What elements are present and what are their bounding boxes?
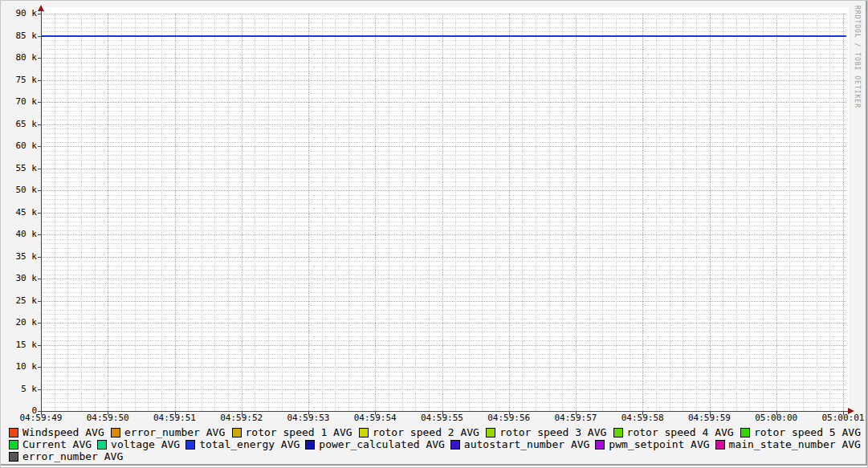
x-axis-label: 04:59:55 — [416, 413, 469, 423]
y-axis-tick — [38, 345, 41, 346]
rrdtool-graph-image: 90 k85 k80 k75 k70 k65 k60 k55 k50 k45 k… — [1, 1, 867, 466]
y-axis-tick — [38, 323, 41, 324]
grid-line-v — [723, 14, 723, 411]
legend-color-swatch — [613, 428, 623, 437]
grid-line-v — [589, 14, 590, 411]
legend-item: error_number AVG — [9, 451, 123, 462]
grid-line-v — [322, 14, 323, 411]
legend-item: total_energy AVG — [185, 439, 300, 450]
grid-line-v — [536, 14, 536, 411]
x-axis-label: 04:59:50 — [81, 413, 134, 423]
legend-label: rotor speed 5 AVG — [754, 427, 861, 437]
y-axis-label: 75 k — [1, 75, 37, 85]
legend-item: Current AVG — [9, 439, 92, 450]
x-axis-label: 04:59:53 — [282, 413, 335, 423]
x-axis-label: 04:59:59 — [683, 413, 736, 423]
grid-line-v — [696, 14, 697, 411]
y-axis-tick — [38, 169, 41, 169]
grid-line-v — [429, 14, 430, 411]
grid-line-v — [161, 14, 162, 411]
grid-line-v — [642, 14, 643, 411]
x-axis-label: 04:59:49 — [14, 413, 67, 423]
grid-line-v — [509, 14, 510, 411]
grid-line-v — [415, 14, 416, 411]
x-axis-label: 04:59:51 — [149, 413, 202, 423]
grid-line-v — [295, 14, 295, 411]
grid-line-v — [121, 14, 122, 411]
grid-line-v — [362, 14, 363, 411]
y-axis-label: 10 k — [1, 362, 37, 372]
y-axis-tick — [38, 301, 41, 302]
grid-line-v — [228, 14, 229, 411]
data-line-total-energy — [41, 35, 846, 37]
legend-label: Windspeed AVG — [22, 427, 104, 437]
grid-line-v — [817, 14, 817, 411]
y-axis-label: 25 k — [1, 296, 37, 306]
y-axis-label: 60 k — [1, 141, 37, 151]
grid-line-v — [442, 14, 443, 411]
legend-label: voltage AVG — [111, 439, 180, 450]
grid-line-v — [736, 14, 737, 411]
grid-line-v — [67, 14, 68, 411]
grid-line-v — [389, 14, 389, 411]
grid-line-v — [214, 14, 215, 411]
y-axis-tick — [38, 102, 41, 103]
grid-line-v — [710, 14, 711, 411]
legend-label: total_energy AVG — [199, 439, 300, 450]
y-axis-tick — [38, 367, 41, 368]
rrdtool-signature: RRDTOOL / TOBI OETIKER — [854, 6, 861, 108]
y-axis-tick — [38, 234, 41, 235]
legend-color-swatch — [9, 440, 18, 450]
y-axis-label: 80 k — [1, 53, 37, 63]
legend-label: pwm_setpoint AVG — [609, 439, 709, 450]
x-axis-label: 04:59:54 — [348, 413, 401, 423]
grid-line-v — [829, 14, 830, 411]
grid-line-v — [616, 14, 617, 411]
x-axis-label: 05:00:00 — [750, 413, 803, 423]
y-axis-tick — [38, 124, 41, 125]
legend-label: rotor speed 2 AVG — [373, 427, 479, 437]
y-axis-arrow-icon — [38, 5, 44, 11]
y-axis-label: 45 k — [1, 208, 37, 218]
legend-color-swatch — [450, 440, 460, 450]
y-axis-label: 90 k — [1, 9, 37, 18]
legend-color-swatch — [9, 452, 18, 462]
y-axis-tick — [38, 146, 41, 147]
legend-item: main_state_number AVG — [715, 439, 861, 450]
y-axis-label: 70 k — [1, 97, 37, 107]
legend-color-swatch — [111, 428, 120, 437]
grid-line-v — [242, 14, 242, 411]
legend-item: voltage AVG — [97, 439, 180, 450]
grid-line-v — [308, 14, 309, 411]
legend-color-swatch — [185, 440, 195, 450]
grid-line-v — [482, 14, 483, 411]
grid-line-v — [549, 14, 550, 411]
x-axis-label: 04:59:52 — [215, 413, 268, 423]
grid-line-v — [81, 14, 82, 411]
legend-row: error_number AVG — [9, 451, 861, 462]
x-axis-label: 04:59:57 — [549, 413, 602, 423]
x-axis — [38, 411, 849, 412]
grid-line-v — [255, 14, 255, 411]
legend-label: power_calculated AVG — [319, 439, 445, 450]
grid-line-v — [348, 14, 349, 411]
y-axis-tick — [38, 80, 41, 81]
x-axis-label: 04:59:58 — [616, 413, 669, 423]
x-axis-label: 04:59:56 — [483, 413, 536, 423]
y-axis-label: 20 k — [1, 318, 37, 328]
legend-color-swatch — [595, 440, 605, 450]
grid-line-v — [108, 14, 108, 411]
grid-line-v — [576, 14, 577, 411]
grid-line-v — [455, 14, 456, 411]
x-axis-label: 05:00:01 — [817, 413, 868, 423]
y-axis-label: 30 k — [1, 274, 37, 283]
grid-line-v — [282, 14, 283, 411]
legend-label: autostart_number AVG — [464, 439, 590, 450]
y-axis-tick — [38, 190, 41, 191]
grid-line-v — [202, 14, 202, 411]
grid-line-v — [843, 14, 844, 411]
legend-item: rotor speed 1 AVG — [232, 427, 352, 437]
grid-line-v — [95, 14, 96, 411]
legend-label: main_state_number AVG — [729, 439, 861, 450]
y-axis-tick — [38, 279, 41, 279]
